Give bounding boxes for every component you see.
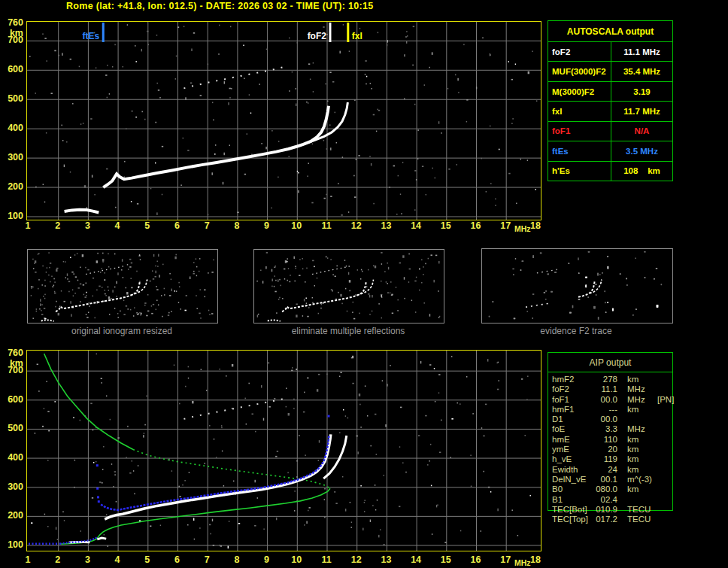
noise-dot (90, 118, 92, 120)
noise-dot (448, 169, 450, 170)
noise-dot (104, 534, 105, 536)
noise-dot (393, 166, 395, 167)
noise-dot (366, 84, 366, 85)
y-axis-label: 200 (0, 510, 23, 521)
noise-dot (432, 533, 432, 535)
aip-unit: km (617, 454, 651, 464)
noise-dot (385, 424, 387, 427)
x-axis-label: 9 (264, 220, 269, 231)
noise-dot (35, 93, 36, 94)
noise-dot (171, 470, 172, 472)
aip-val: 00.0 (595, 415, 617, 424)
noise-dot (263, 529, 264, 530)
noise-dot (80, 301, 80, 302)
noise-dot (208, 272, 208, 274)
noise-dot (52, 286, 53, 287)
noise-dot (358, 155, 359, 156)
x-axis-label: 17 (500, 554, 511, 565)
noise-dot (275, 456, 277, 457)
noise-dot (451, 356, 452, 357)
noise-dot (164, 294, 165, 296)
noise-dot (287, 261, 287, 263)
noise-dot (70, 59, 71, 60)
noise-dot (244, 78, 244, 80)
es-trace (41, 320, 54, 321)
noise-dot (626, 278, 626, 280)
noise-dot (265, 147, 266, 150)
noise-dot (287, 258, 288, 260)
y-axis-label: 200 (0, 181, 23, 192)
noise-dot (64, 301, 65, 302)
noise-dot (356, 159, 356, 160)
noise-dot (430, 444, 431, 445)
aip-val: 20 (595, 445, 617, 454)
noise-dot (376, 454, 377, 455)
noise-dot (405, 472, 406, 473)
profile-plot (26, 350, 541, 551)
noise-dot (122, 259, 123, 262)
aip-unit: km (617, 445, 651, 454)
second-hop-trace (312, 266, 350, 275)
noise-dot (208, 310, 209, 311)
noise-dot (402, 162, 403, 163)
noise-dot (527, 311, 528, 312)
noise-dot (308, 63, 310, 65)
noise-dot (209, 314, 210, 315)
noise-dot (118, 437, 120, 439)
noise-dot (476, 87, 477, 90)
noise-dot (214, 439, 214, 440)
noise-dot (102, 482, 103, 484)
noise-dot (114, 254, 115, 255)
noise-dot (339, 376, 340, 378)
noise-dot (595, 284, 596, 285)
noise-dot (278, 141, 279, 142)
noise-dot (272, 279, 273, 282)
aip-label: hmF1 (552, 405, 595, 415)
noise-dot (106, 514, 107, 515)
noise-dot (463, 44, 464, 46)
y-axis-label: 100 (0, 211, 23, 221)
aip-val: 00.0 (595, 395, 617, 405)
aip-extra (651, 445, 672, 454)
noise-dot (80, 284, 81, 285)
noise-dot (80, 530, 81, 532)
noise-dot (396, 287, 396, 288)
noise-dot (332, 81, 334, 83)
noise-dot (78, 287, 80, 289)
table-row: ftEs3.5 MHz (548, 141, 672, 161)
noise-dot (129, 266, 131, 268)
profile-plot-canvas (27, 351, 541, 551)
noise-dot (310, 79, 311, 80)
noise-dot (370, 83, 371, 84)
noise-dot (226, 375, 226, 377)
noise-dot (488, 487, 490, 488)
noise-dot (369, 156, 370, 157)
noise-dot (483, 436, 484, 437)
noise-dot (438, 374, 440, 375)
noise-dot (268, 363, 269, 364)
noise-dot (41, 314, 43, 315)
table-row: M(3000)F23.19 (548, 82, 672, 102)
parameter-label: foF2 (548, 42, 611, 61)
noise-dot (156, 271, 156, 274)
y-axis-label: 300 (0, 481, 23, 492)
x-axis-label: 18 (530, 220, 541, 231)
noise-dot (578, 257, 578, 260)
noise-dot (426, 194, 426, 196)
noise-dot (427, 464, 428, 466)
noise-dot (330, 259, 331, 260)
autoscala-table-body: foF211.1 MHzMUF(3000)F235.4 MHzM(3000)F2… (548, 42, 672, 181)
noise-dot (62, 512, 63, 513)
noise-dot (341, 303, 342, 305)
noise-dot (144, 433, 144, 434)
noise-dot (131, 287, 132, 289)
noise-dot (340, 372, 341, 373)
x-axis-unit: MHz (514, 558, 531, 567)
noise-dot (432, 168, 433, 169)
table-row: foF211.1 MHz (548, 42, 672, 62)
noise-dot (159, 275, 159, 278)
noise-dot (113, 486, 114, 488)
noise-dot (194, 539, 195, 540)
aip-extra (651, 505, 672, 515)
noise-dot (336, 142, 337, 144)
